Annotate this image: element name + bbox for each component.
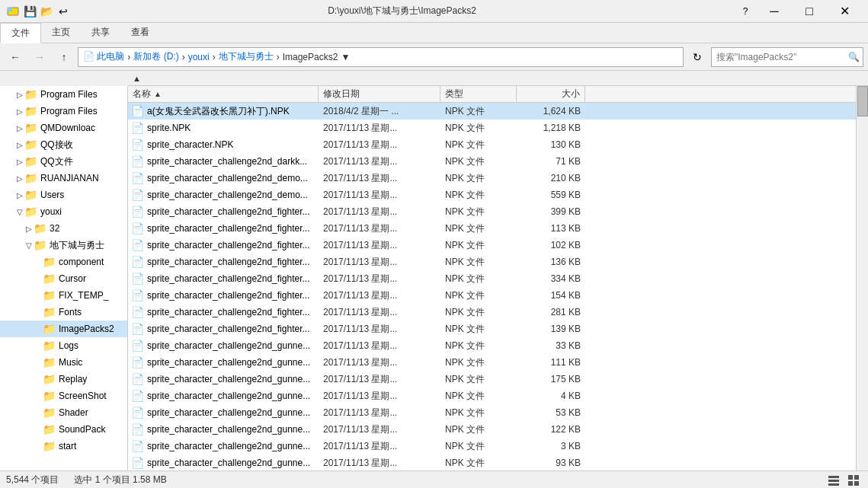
forward-button[interactable]: → <box>29 46 50 68</box>
search-icon[interactable]: 🔍 <box>845 52 863 62</box>
breadcrumb-pc[interactable]: 📄 此电脑 <box>83 50 124 63</box>
sidebar-item-programfiles2[interactable]: ▷ 📁 Program Files <box>0 103 127 120</box>
sidebar: ▷ 📁 Program Files ▷ 📁 Program Files ▷ 📁 … <box>0 86 128 470</box>
table-row[interactable]: 📄 sprite_character_challenge2nd_gunne...… <box>128 438 856 455</box>
svg-rect-8 <box>854 481 859 486</box>
sidebar-item-shader[interactable]: 📁 Shader <box>0 404 127 421</box>
table-row[interactable]: 📄 sprite_character_challenge2nd_gunne...… <box>128 371 856 388</box>
file-size: 559 KB <box>551 190 581 200</box>
table-row[interactable]: 📄 sprite_character_challenge2nd_fighter.… <box>128 254 856 270</box>
sidebar-item-32[interactable]: ▷ 📁 32 <box>0 220 127 237</box>
maximize-button[interactable]: □ <box>792 0 827 23</box>
tab-file[interactable]: 文件 <box>0 23 41 43</box>
header-name[interactable]: 名称 ▲ <box>128 86 319 102</box>
table-row[interactable]: 📄 sprite_character_challenge2nd_fighter.… <box>128 203 856 220</box>
table-row[interactable]: 📄 sprite_character_challenge2nd_fighter.… <box>128 304 856 321</box>
sidebar-item-screenshot[interactable]: 📁 ScreenShot <box>0 388 127 404</box>
table-row[interactable]: 📄 sprite_character_challenge2nd_fighter.… <box>128 237 856 254</box>
file-date: 2017/11/13 星期... <box>323 424 397 435</box>
sidebar-item-logs[interactable]: 📁 Logs <box>0 337 127 354</box>
sidebar-item-music[interactable]: 📁 Music <box>0 354 127 371</box>
file-name: sprite_character_challenge2nd_gunne... <box>147 424 310 435</box>
header-date[interactable]: 修改日期 <box>319 86 440 102</box>
view-buttons <box>825 473 862 488</box>
file-icon: 📄 <box>131 323 144 335</box>
table-row[interactable]: 📄 a(女鬼天全武器改长黑刀补丁).NPK 2018/4/2 星期一 ... N… <box>128 103 856 120</box>
header-type[interactable]: 类型 <box>440 86 517 102</box>
table-row[interactable]: 📄 sprite_character_challenge2nd_gunne...… <box>128 337 856 354</box>
sidebar-item-replay[interactable]: 📁 Replay <box>0 371 127 388</box>
sidebar-item-game[interactable]: ▽ 📁 地下城与勇士 <box>0 237 127 254</box>
tab-home[interactable]: 主页 <box>41 23 81 43</box>
sidebar-item-cursor[interactable]: 📁 Cursor <box>0 270 127 287</box>
file-size: 334 KB <box>551 273 581 284</box>
breadcrumb[interactable]: 📄 此电脑 › 新加卷 (D:) › youxi › 地下城与勇士 › Imag… <box>78 47 684 67</box>
back-button[interactable]: ← <box>5 46 26 68</box>
table-row[interactable]: 📄 sprite_character.NPK 2017/11/13 星期... … <box>128 136 856 153</box>
file-icon: 📄 <box>131 440 144 452</box>
table-row[interactable]: 📄 sprite_character_challenge2nd_gunne...… <box>128 354 856 371</box>
breadcrumb-drive[interactable]: 新加卷 (D:) <box>133 50 178 63</box>
details-view-button[interactable] <box>825 473 842 488</box>
search-box[interactable]: 🔍 <box>711 47 863 67</box>
sidebar-item-qmdownload[interactable]: ▷ 📁 QMDownloac <box>0 120 127 136</box>
close-button[interactable]: ✕ <box>827 0 862 23</box>
sidebar-item-fixtemp[interactable]: 📁 FIX_TEMP_ <box>0 287 127 304</box>
file-name: sprite_character_challenge2nd_gunne... <box>147 458 310 468</box>
table-row[interactable]: 📄 sprite_character_challenge2nd_fighter.… <box>128 321 856 337</box>
main-area: ▷ 📁 Program Files ▷ 📁 Program Files ▷ 📁 … <box>0 86 868 470</box>
large-icons-view-button[interactable] <box>845 473 862 488</box>
sidebar-item-soundpack[interactable]: 📁 SoundPack <box>0 421 127 438</box>
table-row[interactable]: 📄 sprite_character_challenge2nd_gunne...… <box>128 455 856 470</box>
file-name: sprite_character_challenge2nd_gunne... <box>147 357 310 368</box>
sidebar-item-start[interactable]: 📁 start <box>0 438 127 455</box>
sidebar-item-youxi[interactable]: ▽ 📁 youxi <box>0 203 127 220</box>
sidebar-item-qq-files[interactable]: ▷ 📁 QQ文件 <box>0 153 127 170</box>
table-row[interactable]: 📄 sprite_character_challenge2nd_demo... … <box>128 170 856 187</box>
table-row[interactable]: 📄 sprite_character_challenge2nd_fighter.… <box>128 220 856 237</box>
table-row[interactable]: 📄 sprite_character_challenge2nd_darkk...… <box>128 153 856 170</box>
file-name: sprite_character_challenge2nd_gunne... <box>147 441 310 451</box>
table-row[interactable]: 📄 sprite_character_challenge2nd_demo... … <box>128 187 856 203</box>
file-date: 2017/11/13 星期... <box>323 340 397 351</box>
file-date: 2017/11/13 星期... <box>323 441 397 451</box>
sidebar-item-programfiles1[interactable]: ▷ 📁 Program Files <box>0 86 127 103</box>
help-button[interactable]: ? <box>734 0 757 23</box>
file-name: sprite_character_challenge2nd_demo... <box>147 173 308 183</box>
file-type: NPK 文件 <box>445 156 485 167</box>
table-row[interactable]: 📄 sprite_character_challenge2nd_gunne...… <box>128 421 856 438</box>
scrollbar-thumb[interactable] <box>857 86 868 116</box>
file-size: 4 KB <box>561 391 581 401</box>
table-row[interactable]: 📄 sprite_character_challenge2nd_gunne...… <box>128 404 856 421</box>
file-icon: 📄 <box>131 340 144 352</box>
minimize-button[interactable]: ─ <box>757 0 792 23</box>
table-row[interactable]: 📄 sprite_character_challenge2nd_gunne...… <box>128 388 856 404</box>
file-date: 2017/11/13 星期... <box>323 407 397 418</box>
sidebar-item-fonts[interactable]: 📁 Fonts <box>0 304 127 321</box>
tab-share[interactable]: 共享 <box>81 23 120 43</box>
sidebar-item-users[interactable]: ▷ 📁 Users <box>0 187 127 203</box>
file-type: NPK 文件 <box>445 273 485 284</box>
vertical-scrollbar[interactable] <box>856 86 868 470</box>
file-date: 2017/11/13 星期... <box>323 458 397 468</box>
up-button[interactable]: ↑ <box>53 46 75 68</box>
sidebar-item-ruanjian[interactable]: ▷ 📁 RUANJIANAN <box>0 170 127 187</box>
search-input[interactable] <box>712 48 845 66</box>
table-row[interactable]: 📄 sprite.NPK 2017/11/13 星期... NPK 文件 1,2… <box>128 120 856 136</box>
file-icon: 📄 <box>131 239 144 251</box>
header-size[interactable]: 大小 <box>517 86 585 102</box>
table-row[interactable]: 📄 sprite_character_challenge2nd_fighter.… <box>128 270 856 287</box>
breadcrumb-youxi[interactable]: youxi <box>188 52 210 62</box>
tab-view[interactable]: 查看 <box>120 23 160 43</box>
refresh-button[interactable]: ↻ <box>687 46 708 68</box>
new-folder-button[interactable]: 📂 <box>40 5 53 18</box>
undo-button[interactable]: ↩ <box>56 5 70 18</box>
table-row[interactable]: 📄 sprite_character_challenge2nd_fighter.… <box>128 287 856 304</box>
file-size: 130 KB <box>551 139 581 150</box>
save-button[interactable]: 💾 <box>23 5 37 18</box>
sidebar-item-component[interactable]: 📁 component <box>0 254 127 270</box>
breadcrumb-game[interactable]: 地下城与勇士 <box>219 50 274 63</box>
sidebar-item-imagepacks[interactable]: 📁 ImagePacks2 <box>0 321 127 337</box>
sidebar-item-qq-receive[interactable]: ▷ 📁 QQ接收 <box>0 136 127 153</box>
file-name: sprite_character_challenge2nd_gunne... <box>147 374 310 384</box>
